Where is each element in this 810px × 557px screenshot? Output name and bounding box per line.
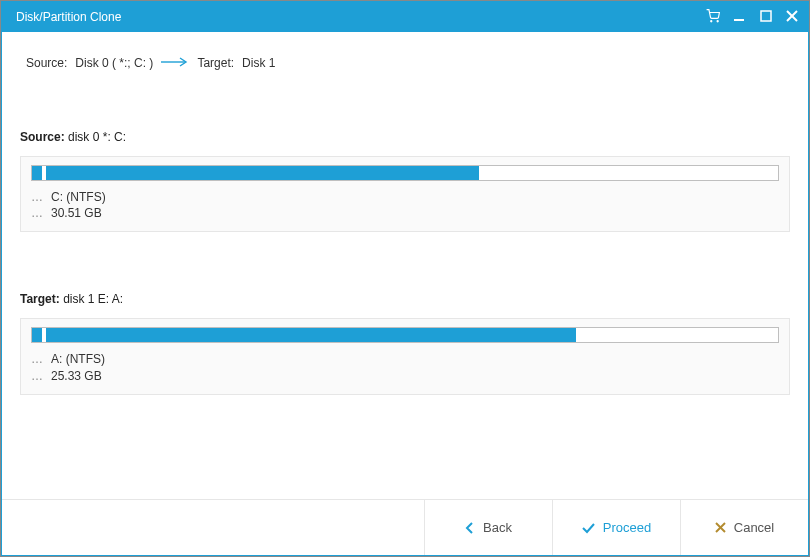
target-partition-name-line: … A: (NTFS) xyxy=(31,351,779,367)
proceed-button[interactable]: Proceed xyxy=(552,500,680,555)
svg-rect-2 xyxy=(734,19,744,21)
proceed-button-label: Proceed xyxy=(603,520,651,535)
target-heading-value: disk 1 E: A: xyxy=(63,292,123,306)
check-icon xyxy=(582,522,595,534)
arrow-right-icon xyxy=(161,56,189,70)
bar-segment-main xyxy=(46,328,576,342)
back-button[interactable]: Back xyxy=(424,500,552,555)
x-icon xyxy=(715,522,726,533)
cancel-button-label: Cancel xyxy=(734,520,774,535)
source-partition-name-line: … C: (NTFS) xyxy=(31,189,779,205)
source-heading: Source: disk 0 *: C: xyxy=(20,130,790,144)
target-value: Disk 1 xyxy=(242,56,275,70)
source-partition-size-line: … 30.51 GB xyxy=(31,205,779,221)
breadcrumb: Source: Disk 0 ( *:; C: ) Target: Disk 1 xyxy=(20,56,790,70)
target-usage-bar[interactable] xyxy=(31,327,779,343)
source-usage-bar[interactable] xyxy=(31,165,779,181)
ellipsis-icon: … xyxy=(31,368,43,384)
source-label: Source: xyxy=(26,56,67,70)
bar-segment-main xyxy=(46,166,479,180)
target-partition-size-line: … 25.33 GB xyxy=(31,368,779,384)
titlebar: Disk/Partition Clone xyxy=(2,2,808,32)
maximize-icon[interactable] xyxy=(760,10,772,25)
source-partition-size: 30.51 GB xyxy=(51,205,102,221)
bar-segment-empty xyxy=(479,166,778,180)
minimize-icon[interactable] xyxy=(734,10,746,25)
footer-bar: Back Proceed Cancel xyxy=(2,499,808,555)
target-heading-prefix: Target: xyxy=(20,292,60,306)
cart-icon[interactable] xyxy=(706,9,720,26)
back-button-label: Back xyxy=(483,520,512,535)
spacer xyxy=(20,395,790,499)
target-disk-panel: … A: (NTFS) … 25.33 GB xyxy=(20,318,790,394)
target-partition-label: A: (NTFS) xyxy=(51,351,105,367)
chevron-left-icon xyxy=(465,522,475,534)
target-heading: Target: disk 1 E: A: xyxy=(20,292,790,306)
target-partition-size: 25.33 GB xyxy=(51,368,102,384)
bar-segment-reserved xyxy=(32,328,43,342)
close-icon[interactable] xyxy=(786,10,798,25)
ellipsis-icon: … xyxy=(31,351,43,367)
window-controls xyxy=(706,9,798,26)
cancel-button[interactable]: Cancel xyxy=(680,500,808,555)
svg-rect-3 xyxy=(761,11,771,21)
svg-point-1 xyxy=(717,20,718,21)
source-disk-panel: … C: (NTFS) … 30.51 GB xyxy=(20,156,790,232)
source-heading-value: disk 0 *: C: xyxy=(68,130,126,144)
bar-segment-empty xyxy=(576,328,778,342)
source-partition-label: C: (NTFS) xyxy=(51,189,106,205)
ellipsis-icon: … xyxy=(31,205,43,221)
ellipsis-icon: … xyxy=(31,189,43,205)
bar-segment-reserved xyxy=(32,166,43,180)
svg-point-0 xyxy=(711,20,712,21)
source-value: Disk 0 ( *:; C: ) xyxy=(75,56,153,70)
source-heading-prefix: Source: xyxy=(20,130,65,144)
window-title: Disk/Partition Clone xyxy=(16,10,706,24)
app-window: Disk/Partition Clone Source: Disk 0 ( *:… xyxy=(1,1,809,556)
content-area: Source: Disk 0 ( *:; C: ) Target: Disk 1… xyxy=(2,32,808,499)
target-label: Target: xyxy=(197,56,234,70)
